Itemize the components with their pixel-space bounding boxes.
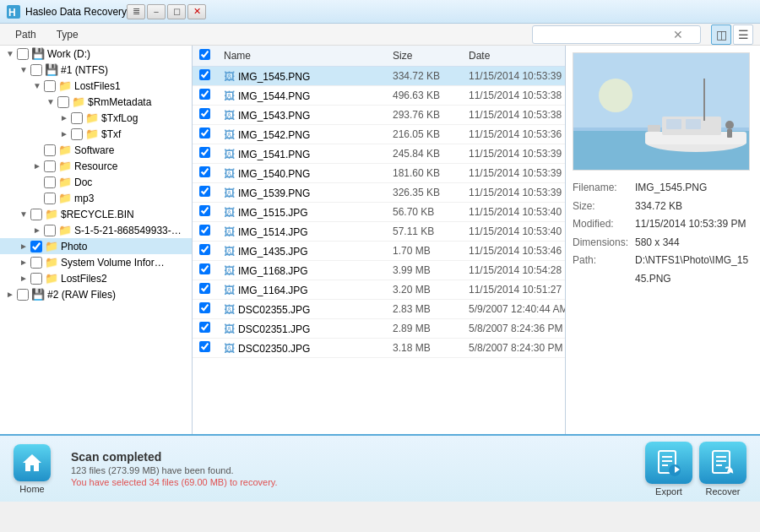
tree-toggle-stxflog[interactable]: ► xyxy=(57,113,71,122)
tree-check-sysvolinfo[interactable] xyxy=(30,257,42,269)
table-row[interactable]: 🖼IMG_1544.PNG496.63 KB11/15/2014 10:53:3… xyxy=(193,86,566,106)
table-row[interactable]: 🖼IMG_1515.JPG56.70 KB11/15/2014 10:53:40… xyxy=(193,203,566,222)
tree-check-lostfiles1[interactable] xyxy=(44,80,56,92)
svg-point-13 xyxy=(725,121,734,129)
search-clear-btn[interactable]: ✕ xyxy=(673,28,683,41)
tree-node-srm[interactable]: ▼ 📁 $RmMetadata xyxy=(0,94,192,110)
tree-check-mp3[interactable] xyxy=(44,193,56,204)
col-header-date[interactable]: Date xyxy=(462,46,566,67)
tree-node-work[interactable]: ▼ 💾 Work (D:) xyxy=(0,46,192,62)
tree-check-ntfs[interactable] xyxy=(30,64,42,76)
table-row[interactable]: 🖼IMG_1542.PNG216.05 KB11/15/2014 10:53:3… xyxy=(193,125,566,144)
file-check[interactable] xyxy=(199,341,210,352)
file-check[interactable] xyxy=(199,205,210,216)
export-button[interactable]: Export xyxy=(645,442,692,497)
file-check[interactable] xyxy=(199,322,210,333)
tree-node-lostfiles1[interactable]: ▼ 📁 LostFiles1 xyxy=(0,78,192,94)
tree-check-work[interactable] xyxy=(17,48,29,60)
file-check[interactable] xyxy=(199,108,210,119)
table-row[interactable]: 🖼IMG_1543.PNG293.76 KB11/15/2014 10:53:3… xyxy=(193,106,566,125)
file-check[interactable] xyxy=(199,225,210,236)
tree-check-resource[interactable] xyxy=(44,160,56,172)
tree-check-stxflog[interactable] xyxy=(71,112,83,124)
tree-toggle-raw[interactable]: ► xyxy=(3,290,17,299)
tree-node-doc[interactable]: 📁 Doc xyxy=(0,174,192,190)
file-check[interactable] xyxy=(199,283,210,294)
recover-button[interactable]: Recover xyxy=(699,442,746,497)
tree-toggle-recycle[interactable]: ▼ xyxy=(17,209,30,219)
tree-node-stxflog[interactable]: ► 📁 $TxfLog xyxy=(0,110,192,126)
tree-check-s1[interactable] xyxy=(44,225,56,236)
file-check[interactable] xyxy=(199,89,210,100)
table-row[interactable]: 🖼IMG_1164.JPG3.20 MB11/15/2014 10:51:27 … xyxy=(193,280,566,300)
svg-rect-8 xyxy=(666,119,681,129)
tree-node-ntfs[interactable]: ▼ 💾 #1 (NTFS) xyxy=(0,62,192,78)
file-check[interactable] xyxy=(199,128,210,138)
tree-node-recycle[interactable]: ▼ 📁 $RECYCLE.BIN xyxy=(0,206,192,222)
tree-toggle-stxf[interactable]: ► xyxy=(57,129,71,138)
file-check[interactable] xyxy=(199,166,210,177)
tree-toggle-ntfs[interactable]: ▼ xyxy=(17,65,30,74)
tree-node-raw[interactable]: ► 💾 #2 (RAW Files) xyxy=(0,286,192,302)
tree-node-lostfiles2[interactable]: ► 📁 LostFiles2 xyxy=(0,270,192,286)
tree-toggle-work[interactable]: ▼ xyxy=(3,49,17,58)
file-check[interactable] xyxy=(199,302,210,313)
table-row[interactable]: 🖼IMG_1541.PNG245.84 KB11/15/2014 10:53:3… xyxy=(193,144,566,164)
tree-check-stxf[interactable] xyxy=(71,128,83,140)
file-check[interactable] xyxy=(199,244,210,255)
table-row[interactable]: 🖼IMG_1540.PNG181.60 KB11/15/2014 10:53:3… xyxy=(193,164,566,183)
tree-toggle-s1[interactable]: ► xyxy=(30,225,44,235)
tree-node-stxf[interactable]: ► 📁 $Txf xyxy=(0,126,192,142)
file-check[interactable] xyxy=(199,69,210,80)
tree-node-s1[interactable]: ► 📁 S-1-5-21-868549933-1… xyxy=(0,222,192,238)
col-header-size[interactable]: Size xyxy=(386,46,462,67)
tree-node-photo[interactable]: ► 📁 Photo xyxy=(0,238,192,254)
menu-path[interactable]: Path xyxy=(7,26,45,43)
tree-toggle-doc[interactable] xyxy=(30,177,44,187)
maximize-btn[interactable]: ◻ xyxy=(167,4,186,19)
file-check[interactable] xyxy=(199,147,210,158)
tree-check-doc[interactable] xyxy=(44,176,56,188)
table-row[interactable]: 🖼DSC02351.JPG2.89 MB5/8/2007 8:24:36 PM xyxy=(193,319,566,339)
file-check[interactable] xyxy=(199,263,210,274)
tree-toggle-resource[interactable]: ► xyxy=(30,161,44,171)
tree-check-photo[interactable] xyxy=(30,241,42,252)
table-row[interactable]: 🖼IMG_1168.JPG3.99 MB11/15/2014 10:54:28 … xyxy=(193,261,566,280)
col-header-check[interactable] xyxy=(193,46,217,67)
close-btn[interactable]: ✕ xyxy=(187,4,206,19)
col-header-name[interactable]: Name xyxy=(217,46,386,67)
select-all-check[interactable] xyxy=(199,49,210,60)
recover-label: Recover xyxy=(706,486,741,497)
tree-node-sysvolinfo[interactable]: ► 📁 System Volume Informati… xyxy=(0,254,192,270)
tree-toggle-sysvolinfo[interactable]: ► xyxy=(17,258,30,267)
menu-btn[interactable]: ≣ xyxy=(127,4,145,19)
tree-check-software[interactable] xyxy=(44,144,56,156)
table-row[interactable]: 🖼DSC02355.JPG2.83 MB5/9/2007 12:40:44 AM xyxy=(193,300,566,319)
grid-view-btn[interactable]: ◫ xyxy=(711,24,731,45)
table-row[interactable]: 🖼IMG_1435.JPG1.70 MB11/15/2014 10:53:46 … xyxy=(193,242,566,261)
table-row[interactable]: 🖼IMG_1545.PNG334.72 KB11/15/2014 10:53:3… xyxy=(193,67,566,86)
selected-info: You have selected 34 files (69.00 MB) to… xyxy=(71,477,632,487)
tree-check-srm[interactable] xyxy=(57,96,69,108)
tree-check-raw[interactable] xyxy=(17,289,29,301)
home-button[interactable]: Home xyxy=(14,444,51,494)
search-input[interactable] xyxy=(538,29,673,41)
list-view-btn[interactable]: ☰ xyxy=(733,24,753,45)
tree-toggle-software[interactable] xyxy=(30,145,44,155)
tree-check-lostfiles2[interactable] xyxy=(30,273,42,285)
tree-toggle-mp3[interactable] xyxy=(30,193,44,203)
table-row[interactable]: 🖼IMG_1514.JPG57.11 KB11/15/2014 10:53:40… xyxy=(193,222,566,242)
minimize-btn[interactable]: − xyxy=(147,4,166,19)
tree-toggle-photo[interactable]: ► xyxy=(17,242,30,251)
tree-toggle-lostfiles2[interactable]: ► xyxy=(17,274,30,283)
file-check[interactable] xyxy=(199,186,210,197)
tree-toggle-lostfiles1[interactable]: ▼ xyxy=(30,81,44,90)
tree-check-recycle[interactable] xyxy=(30,209,42,220)
tree-node-mp3[interactable]: 📁 mp3 xyxy=(0,190,192,206)
table-row[interactable]: 🖼IMG_1539.PNG326.35 KB11/15/2014 10:53:3… xyxy=(193,183,566,203)
tree-node-resource[interactable]: ► 📁 Resource xyxy=(0,158,192,174)
menu-type[interactable]: Type xyxy=(48,26,87,43)
tree-node-software[interactable]: 📁 Software xyxy=(0,142,192,158)
tree-toggle-srm[interactable]: ▼ xyxy=(44,97,57,106)
table-row[interactable]: 🖼DSC02350.JPG3.18 MB5/8/2007 8:24:30 PM xyxy=(193,339,566,358)
